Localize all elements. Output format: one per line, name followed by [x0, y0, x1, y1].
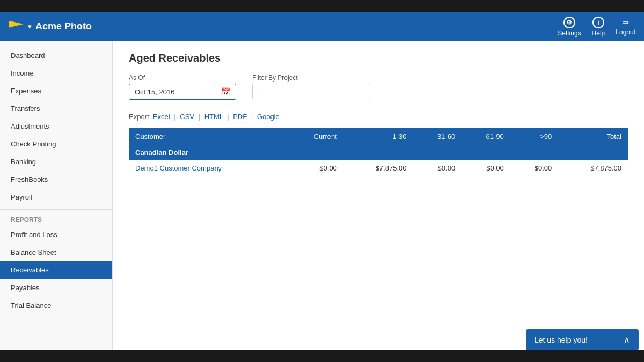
- amount-cell: $0.00: [413, 160, 462, 176]
- main-content: Aged Receivables As Of Oct 15, 2016 📅 Fi…: [113, 41, 644, 350]
- topbar-nav: ⚙ Settings i Help ⇒ Logout: [558, 17, 635, 37]
- sep1: |: [174, 113, 175, 121]
- filter-as-of-group: As Of Oct 15, 2016 📅: [129, 74, 236, 100]
- export-row: Export: Excel | CSV | HTML | PDF | Googl…: [129, 113, 628, 121]
- sep4: |: [251, 113, 253, 121]
- sidebar-item-dashboard[interactable]: Dashboard: [0, 47, 112, 64]
- sidebar-item-check-printing[interactable]: Check Printing: [0, 135, 112, 153]
- help-label: Help: [592, 29, 605, 37]
- sidebar-item-income[interactable]: Income: [0, 64, 112, 82]
- sidebar-item-transfers[interactable]: Transfers: [0, 100, 112, 117]
- help-widget-label: Let us help you!: [535, 336, 588, 344]
- brand[interactable]: ▾ Acme Photo: [9, 21, 92, 33]
- export-google-link[interactable]: Google: [257, 113, 280, 121]
- logout-label: Logout: [616, 28, 635, 36]
- filter-project-group: Filter By Project: [252, 74, 370, 100]
- sidebar-item-adjustments[interactable]: Adjustments: [0, 117, 112, 135]
- settings-label: Settings: [558, 29, 581, 37]
- sep3: |: [227, 113, 229, 121]
- topbar: ▾ Acme Photo ⚙ Settings i Help ⇒ Logout: [0, 12, 644, 41]
- sidebar: Dashboard Income Expenses Transfers Adju…: [0, 41, 113, 350]
- black-bar-bottom: [0, 350, 644, 362]
- report-table: Customer Current 1-30 31-60 61-90 >90 To…: [129, 128, 628, 176]
- filter-as-of-label: As Of: [129, 74, 236, 82]
- section-name: Canadian Dollar: [129, 145, 628, 160]
- export-html-link[interactable]: HTML: [204, 113, 223, 121]
- export-pdf-link[interactable]: PDF: [233, 113, 247, 121]
- logout-icon: ⇒: [622, 17, 629, 27]
- filter-project-input[interactable]: [252, 84, 370, 99]
- settings-nav-item[interactable]: ⚙ Settings: [558, 17, 581, 37]
- sidebar-item-payables[interactable]: Payables: [0, 279, 112, 297]
- sidebar-item-freshbooks[interactable]: FreshBooks: [0, 171, 112, 188]
- help-nav-item[interactable]: i Help: [592, 17, 605, 37]
- table-row: Demo1 Customer Company$0.00$7,875.00$0.0…: [129, 160, 628, 176]
- sidebar-item-banking[interactable]: Banking: [0, 153, 112, 171]
- help-widget[interactable]: Let us help you! ∧: [526, 329, 639, 350]
- sidebar-item-payroll[interactable]: Payroll: [0, 188, 112, 206]
- reports-section-header: Reports: [0, 209, 112, 226]
- main-layout: Dashboard Income Expenses Transfers Adju…: [0, 41, 644, 350]
- col-31-60: 31-60: [413, 128, 462, 145]
- customer-cell: Demo1 Customer Company: [129, 160, 286, 176]
- export-excel-link[interactable]: Excel: [153, 113, 170, 121]
- dropdown-arrow-icon: ▾: [28, 23, 31, 31]
- filter-row: As Of Oct 15, 2016 📅 Filter By Project: [129, 74, 628, 100]
- settings-icon: ⚙: [564, 17, 575, 28]
- sep2: |: [199, 113, 200, 121]
- black-bar-top: [0, 0, 644, 12]
- customer-link[interactable]: Demo1 Customer Company: [135, 164, 222, 172]
- brand-name: Acme Photo: [35, 21, 92, 32]
- export-csv-link[interactable]: CSV: [180, 113, 194, 121]
- filter-project-label: Filter By Project: [252, 74, 370, 82]
- col-1-30: 1-30: [343, 128, 413, 145]
- amount-cell: $0.00: [510, 160, 559, 176]
- logout-nav-item[interactable]: ⇒ Logout: [616, 17, 635, 36]
- export-label: Export:: [129, 113, 151, 121]
- page-title: Aged Receivables: [129, 52, 628, 64]
- sidebar-item-expenses[interactable]: Expenses: [0, 82, 112, 100]
- brand-logo-icon: [9, 21, 24, 33]
- filter-as-of-value: Oct 15, 2016: [135, 88, 174, 96]
- section-header-row: Canadian Dollar: [129, 145, 628, 160]
- amount-cell: $0.00: [286, 160, 343, 176]
- sidebar-item-profit-loss[interactable]: Profit and Loss: [0, 226, 112, 243]
- calendar-icon: 📅: [221, 87, 230, 96]
- sidebar-item-receivables[interactable]: Receivables: [0, 261, 112, 279]
- filter-as-of-input[interactable]: Oct 15, 2016 📅: [129, 84, 236, 100]
- col-customer: Customer: [129, 128, 286, 145]
- col-over-90: >90: [510, 128, 559, 145]
- sidebar-item-trial-balance[interactable]: Trial Balance: [0, 297, 112, 314]
- col-total: Total: [558, 128, 628, 145]
- amount-cell: $7,875.00: [343, 160, 413, 176]
- amount-cell: $7,875.00: [558, 160, 628, 176]
- sidebar-item-balance-sheet[interactable]: Balance Sheet: [0, 243, 112, 261]
- help-widget-chevron: ∧: [624, 335, 630, 345]
- col-61-90: 61-90: [462, 128, 510, 145]
- col-current: Current: [286, 128, 343, 145]
- amount-cell: $0.00: [462, 160, 510, 176]
- help-icon: i: [592, 17, 604, 28]
